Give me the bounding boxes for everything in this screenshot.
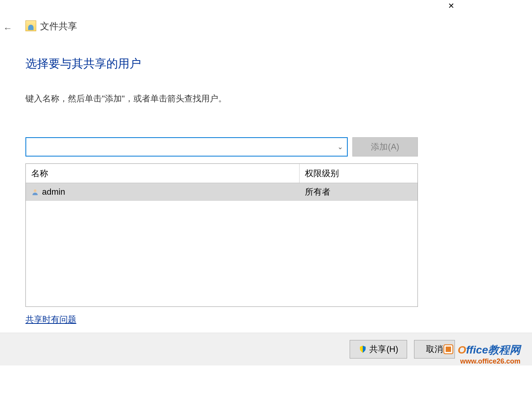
instruction-text: 键入名称，然后单击"添加"，或者单击箭头查找用户。 [25,93,486,104]
window-title: 文件共享 [40,20,77,32]
add-button[interactable]: 添加(A) [352,137,418,157]
help-link[interactable]: 共享时有问题 [25,314,76,325]
watermark: Office教程网 www.office26.com [443,343,520,365]
watermark-rest: ffice教程网 [466,344,520,356]
watermark-logo-icon [443,344,454,357]
user-input[interactable] [25,137,348,157]
close-icon: ✕ [448,1,455,10]
table-header: 名称 权限级别 [26,164,418,183]
back-button[interactable]: ← [2,22,13,34]
share-button[interactable]: 共享(H) [350,340,407,359]
svg-point-0 [34,189,37,192]
table-row[interactable]: admin 所有者 [26,183,418,201]
file-sharing-icon [25,20,36,31]
column-header-name[interactable]: 名称 [26,164,300,183]
cancel-button-label: 取消 [426,344,443,354]
input-row: ⌄ 添加(A) [25,137,486,157]
column-header-permission[interactable]: 权限级别 [300,164,418,183]
content-area: 选择要与其共享的用户 键入名称，然后单击"添加"，或者单击箭头查找用户。 ⌄ 添… [25,56,486,325]
cell-name: admin [26,183,300,201]
cell-permission-text: 所有者 [305,186,330,198]
add-button-label: 添加(A) [371,142,399,152]
user-combobox[interactable]: ⌄ [25,137,348,157]
back-arrow-icon: ← [3,23,12,34]
cell-permission: 所有者 [300,183,418,201]
user-table: 名称 权限级别 admin 所有者 [25,163,418,307]
page-heading: 选择要与其共享的用户 [25,56,486,72]
user-icon [31,188,39,196]
cell-name-text: admin [42,187,65,197]
watermark-title: Office教程网 [443,343,520,357]
svg-rect-2 [446,347,451,352]
watermark-o: O [458,344,466,356]
share-button-label: 共享(H) [369,343,398,355]
close-button[interactable]: ✕ [443,0,459,12]
shield-icon [359,345,367,354]
watermark-url: www.office26.com [443,357,520,365]
table-body: admin 所有者 [26,183,418,306]
